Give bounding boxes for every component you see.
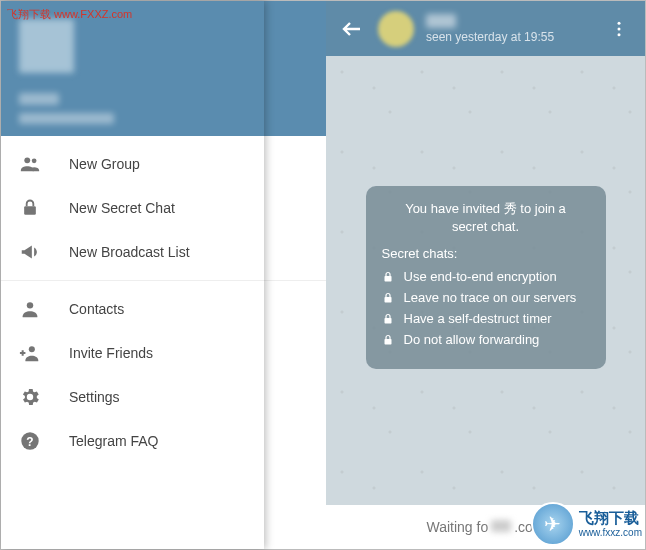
svg-rect-15	[384, 339, 391, 345]
menu-new-secret-chat[interactable]: New Secret Chat	[1, 186, 326, 230]
svg-point-3	[32, 158, 37, 163]
menu-label: Settings	[69, 389, 120, 405]
svg-point-9	[618, 21, 621, 24]
watermark-bottom: ✈ 飞翔下载 www.fxxz.com	[531, 502, 642, 546]
user-name	[19, 93, 59, 106]
app-container: 20:50a... 20:42 ' 20:14 Mon 飞翔下载 www.FXX…	[0, 0, 646, 550]
secret-feature: Have a self-destruct timer	[382, 311, 590, 326]
chat-status: seen yesterday at 19:55	[426, 30, 607, 44]
menu-invite-friends[interactable]: Invite Friends	[1, 331, 326, 375]
svg-text:?: ?	[26, 435, 33, 449]
left-screenshot: 20:50a... 20:42 ' 20:14 Mon 飞翔下载 www.FXX…	[1, 1, 326, 549]
lock-icon	[382, 291, 394, 305]
chat-avatar[interactable]	[378, 11, 414, 47]
lock-icon	[382, 270, 394, 284]
menu-label: New Secret Chat	[69, 200, 175, 216]
more-vertical-icon	[609, 19, 629, 39]
add-person-icon	[19, 342, 41, 364]
svg-point-10	[618, 27, 621, 30]
menu-label: Contacts	[69, 301, 124, 317]
svg-rect-12	[384, 276, 391, 282]
more-button[interactable]	[607, 17, 631, 41]
menu-new-broadcast[interactable]: New Broadcast List	[1, 230, 326, 274]
menu-label: New Group	[69, 156, 140, 172]
chat-body: You have invited 秀 to join asecret chat.…	[326, 56, 645, 505]
group-icon	[19, 153, 41, 175]
menu-label: New Broadcast List	[69, 244, 190, 260]
invite-text: You have invited 秀 to join asecret chat.	[382, 200, 590, 236]
menu-label: Invite Friends	[69, 345, 153, 361]
menu-faq[interactable]: ? Telegram FAQ	[1, 419, 326, 463]
menu-label: Telegram FAQ	[69, 433, 158, 449]
svg-rect-4	[24, 206, 36, 214]
lock-icon	[382, 312, 394, 326]
svg-point-5	[27, 302, 33, 308]
menu-new-group[interactable]: New Group	[1, 142, 326, 186]
svg-rect-13	[384, 297, 391, 303]
user-avatar[interactable]	[19, 19, 74, 73]
watermark-badge-icon: ✈	[531, 502, 575, 546]
chat-title	[426, 14, 456, 28]
right-screenshot: seen yesterday at 19:55 You have invited…	[326, 1, 645, 549]
watermark-top: 飞翔下载 www.FXXZ.com	[7, 7, 132, 22]
back-icon[interactable]	[340, 17, 364, 41]
secret-feature: Leave no trace on our servers	[382, 290, 590, 305]
secret-chat-info: You have invited 秀 to join asecret chat.…	[366, 186, 606, 369]
menu-contacts[interactable]: Contacts	[1, 287, 326, 331]
megaphone-icon	[19, 241, 41, 263]
svg-point-6	[29, 346, 35, 352]
svg-rect-14	[384, 318, 391, 324]
waiting-text: Waiting fo.com	[426, 519, 544, 535]
secret-heading: Secret chats:	[382, 246, 590, 261]
svg-point-2	[24, 157, 30, 163]
secret-feature: Use end-to-end encryption	[382, 269, 590, 284]
lock-icon	[382, 333, 394, 347]
user-phone	[19, 113, 114, 124]
chat-header: seen yesterday at 19:55	[326, 1, 645, 56]
help-icon: ?	[19, 430, 41, 452]
menu-settings[interactable]: Settings	[1, 375, 326, 419]
drawer-menu: New Group New Secret Chat New Broadcast …	[1, 136, 326, 549]
gear-icon	[19, 386, 41, 408]
secret-feature: Do not allow forwarding	[382, 332, 590, 347]
person-icon	[19, 298, 41, 320]
svg-point-11	[618, 33, 621, 36]
lock-icon	[19, 197, 41, 219]
